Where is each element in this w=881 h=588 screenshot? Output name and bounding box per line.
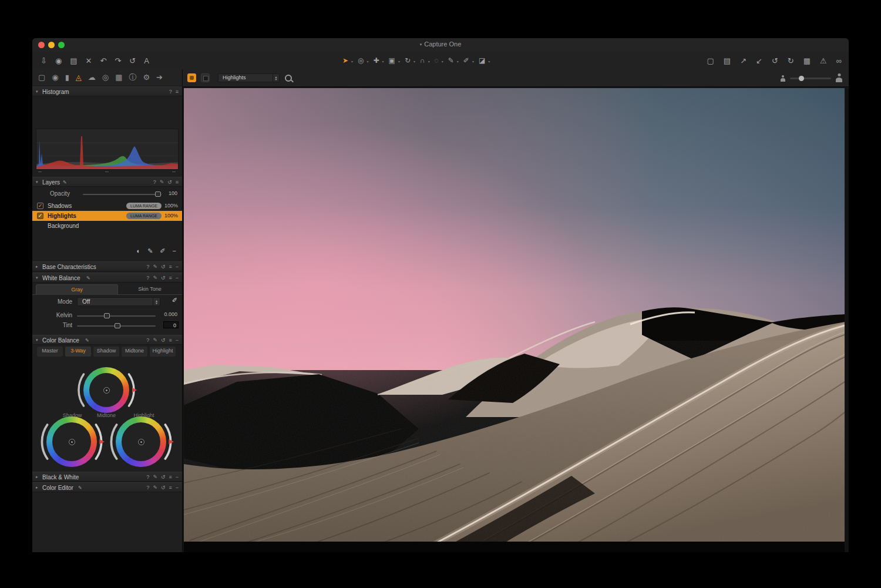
wb-mode-dropdown[interactable]: Off ▲▼ [77, 297, 160, 306]
cb-tab-shadow[interactable]: Shadow [93, 347, 119, 357]
stepper-icon[interactable]: ▲▼ [153, 298, 160, 305]
import-button[interactable]: ⇩ [41, 57, 47, 65]
loupe-icon[interactable] [285, 75, 292, 82]
rotate-tool[interactable]: ↻ [405, 57, 415, 64]
rotate-ccw-button[interactable]: ↺ [772, 57, 778, 65]
kelvin-slider[interactable] [77, 315, 156, 317]
layer-row-highlights[interactable]: ✓ Highlights LUMA RANGE 100% [32, 211, 182, 221]
kelvin-slider-handle[interactable] [104, 313, 110, 318]
reset-icon[interactable]: ↺ [161, 474, 166, 480]
wheel-handle[interactable] [103, 387, 110, 394]
tab-info[interactable]: ⓘ [129, 73, 136, 82]
remove-icon[interactable]: − [176, 264, 179, 270]
presets-icon[interactable]: ≡ [169, 474, 172, 480]
layer-checkbox[interactable]: ✓ [37, 213, 43, 219]
tint-slider[interactable] [77, 325, 156, 327]
remove-icon[interactable]: − [176, 485, 179, 490]
zoom-in-thumb-icon[interactable] [836, 73, 842, 82]
spot-removal-tool[interactable]: ◌ [435, 57, 443, 64]
straighten-tool[interactable]: ∩ [420, 57, 429, 64]
remove-icon[interactable]: − [176, 474, 179, 480]
brush-icon[interactable]: ✎ [153, 474, 157, 480]
draw-mask-icon[interactable]: ✎ [147, 247, 153, 254]
histogram-panel-header[interactable]: ▾ Histogram ?≡ [32, 86, 182, 96]
reset-adjustments-button[interactable]: ↺ [129, 57, 136, 65]
tab-tether[interactable]: ▮ [65, 73, 69, 82]
viewer-toggle-button[interactable]: ▢ [707, 57, 714, 65]
layer-row-background[interactable]: Background [32, 221, 182, 231]
layers-panel-header[interactable]: ▾ Layers ✎ ?✎↺≡ [32, 177, 182, 187]
presets-icon[interactable]: ≡ [169, 275, 172, 281]
compare-button[interactable]: ∞ [836, 57, 842, 65]
color-editor-panel-header[interactable]: ▸ Color Editor ✎ ?✎↺≡− [32, 482, 182, 492]
reset-icon[interactable]: ↺ [161, 337, 166, 343]
reset-icon[interactable]: ↺ [161, 275, 166, 281]
viewer-zoom-slider[interactable] [790, 78, 831, 79]
help-icon[interactable]: ? [146, 264, 149, 270]
black-and-white-panel-header[interactable]: ▸ Black & White ?✎↺≡− [32, 472, 182, 482]
presets-icon[interactable]: ≡ [169, 264, 172, 270]
presets-icon[interactable]: ≡ [176, 179, 179, 185]
tint-value-input[interactable]: 0 [163, 321, 179, 328]
shadow-color-wheel[interactable] [38, 408, 105, 475]
viewer-zoom-handle[interactable] [799, 76, 804, 81]
tab-details[interactable]: ◎ [102, 73, 109, 82]
mask-overlay-toggle[interactable] [187, 73, 196, 82]
remove-icon[interactable]: − [176, 275, 179, 281]
help-icon[interactable]: ? [146, 337, 149, 343]
wheel-handle[interactable] [69, 439, 75, 445]
tab-exposure[interactable]: ☁ [88, 73, 96, 82]
remove-layer-icon[interactable]: − [173, 247, 176, 254]
cb-tab-3way[interactable]: 3-Way [65, 347, 91, 357]
white-balance-picker-icon[interactable]: ✐ [172, 297, 177, 304]
mask-visibility-icon[interactable]: ◐ [136, 247, 140, 254]
crop-tool[interactable]: ▣ [389, 57, 399, 64]
wb-tab-gray[interactable]: Gray [36, 284, 118, 295]
rotate-cw-button[interactable]: ↻ [788, 57, 794, 65]
gradient-mask-tool[interactable]: ◪ [479, 57, 489, 64]
tab-color[interactable]: ◬ [76, 73, 82, 82]
brush-icon[interactable]: ✎ [153, 337, 157, 343]
wheel-handle[interactable] [138, 439, 144, 445]
pick-mask-icon[interactable]: ✐ [160, 247, 165, 254]
help-icon[interactable]: ? [153, 179, 156, 185]
erase-mask-tool[interactable]: ✐ [463, 57, 473, 64]
reset-icon[interactable]: ↺ [161, 264, 166, 270]
delete-button[interactable]: ✕ [86, 57, 92, 65]
layer-row-shadows[interactable]: ✓ Shadows LUMA RANGE 100% [32, 201, 182, 211]
menu-icon[interactable]: ≡ [176, 89, 179, 95]
zoom-tool[interactable]: ◎ [358, 57, 368, 64]
edit-button[interactable]: ▤ [70, 57, 77, 65]
cb-tab-highlight[interactable]: Highlight [150, 347, 176, 357]
annotation-button[interactable]: A [144, 57, 149, 65]
viewer-layer-dropdown[interactable]: Highlights ▲▼ [218, 73, 280, 82]
select-tool[interactable]: ➤ [342, 57, 352, 64]
warnings-button[interactable]: ⚠ [820, 57, 827, 65]
brush-icon[interactable]: ✎ [153, 485, 157, 490]
stepper-icon[interactable]: ▲▼ [273, 74, 279, 82]
pan-tool[interactable]: ✚ [374, 57, 384, 64]
zoom-out-thumb-icon[interactable] [781, 75, 785, 82]
help-icon[interactable]: ? [169, 89, 172, 95]
undo-button[interactable]: ↶ [100, 57, 106, 65]
capture-button[interactable]: ◉ [55, 57, 62, 65]
open-with-button[interactable]: ↙ [756, 57, 762, 65]
wb-tab-skin-tone[interactable]: Skin Tone [120, 284, 179, 295]
remove-icon[interactable]: − [176, 337, 179, 343]
edit-with-button[interactable]: ↗ [740, 57, 747, 65]
white-balance-panel-header[interactable]: ▾ White Balance ✎ ?✎↺≡− [32, 273, 182, 283]
tab-process[interactable]: ⚙ [143, 73, 150, 82]
help-icon[interactable]: ? [146, 275, 149, 281]
grid-view-button[interactable]: ▦ [803, 57, 811, 65]
draw-mask-tool[interactable]: ✎ [448, 57, 458, 64]
brush-icon[interactable]: ✎ [160, 179, 164, 185]
highlight-color-wheel[interactable] [107, 408, 174, 475]
tab-metadata[interactable]: ▦ [115, 73, 122, 82]
help-icon[interactable]: ? [146, 485, 149, 490]
cb-tab-master[interactable]: Master [37, 347, 63, 357]
layer-checkbox[interactable]: ✓ [37, 203, 43, 209]
presets-icon[interactable]: ≡ [169, 337, 172, 343]
brush-icon[interactable]: ✎ [153, 264, 157, 270]
presets-icon[interactable]: ≡ [169, 485, 172, 490]
tab-output[interactable]: ➔ [156, 73, 163, 82]
